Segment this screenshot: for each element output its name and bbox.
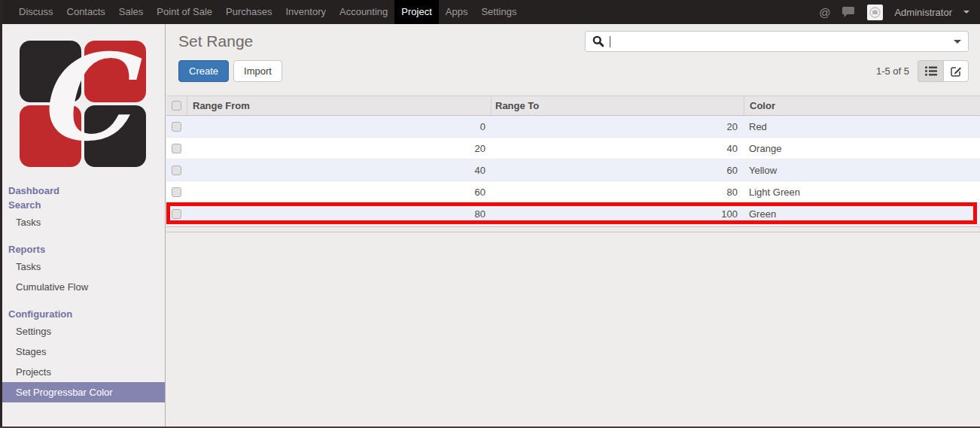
nav-item-apps[interactable]: Apps [439,0,475,24]
select-all-cell [166,101,187,111]
user-avatar[interactable] [867,5,883,20]
sidebar-section-reports[interactable]: Reports [0,242,165,256]
cell-range-from: 20 [187,143,491,154]
nav-item-sales[interactable]: Sales [112,0,151,24]
column-header-color[interactable]: Color [744,96,980,115]
sidebar-item-tasks[interactable]: Tasks [0,212,165,232]
nav-item-discuss[interactable]: Discuss [12,0,60,24]
user-menu[interactable]: Administrator [894,7,952,18]
main-content: Set Range Create Import 1-5 of 5 [166,24,980,428]
cell-range-to: 80 [491,187,744,198]
table-row[interactable]: 40 60 Yellow [166,159,980,181]
import-button[interactable]: Import [233,60,282,82]
cell-color: Light Green [744,187,980,198]
create-button[interactable]: Create [178,60,229,82]
nav-item-point-of-sale[interactable]: Point of Sale [150,0,219,24]
form-view-button[interactable] [943,60,969,82]
sidebar: C Dashboard Search Tasks Reports Tasks C… [0,24,166,428]
logo-squares [20,41,146,167]
company-logo: C [20,41,146,167]
nav-item-settings[interactable]: Settings [474,0,523,24]
pager: 1-5 of 5 [876,60,969,82]
table-row[interactable]: 0 20 Red [166,116,980,138]
sidebar-item-dashboard[interactable]: Dashboard [0,184,165,198]
table-row[interactable]: 20 40 Orange [166,138,980,159]
cell-range-to: 20 [491,121,744,132]
column-header-range-to[interactable]: Range To [491,96,744,115]
sidebar-item-set-progressbar-color[interactable]: Set Progressbar Color [0,382,165,402]
set-range-table: Range From Range To Color 0 20 Red 20 40… [166,96,980,232]
text-cursor [610,36,610,47]
main-menu: Discuss Contacts Sales Point of Sale Pur… [0,0,523,24]
column-header-range-from[interactable]: Range From [187,96,491,115]
top-navbar: Discuss Contacts Sales Point of Sale Pur… [0,0,980,24]
cell-range-from: 0 [187,121,491,132]
cell-range-from: 40 [187,165,491,176]
row-checkbox[interactable] [172,144,181,153]
sidebar-menu: Dashboard Search Tasks Reports Tasks Cum… [0,184,165,402]
user-dropdown-caret-icon[interactable] [963,11,969,14]
row-checkbox[interactable] [172,209,181,219]
table-footer [166,226,980,232]
cell-range-to: 100 [491,208,744,220]
control-buttons: Create Import [178,60,282,82]
app-body: C Dashboard Search Tasks Reports Tasks C… [0,24,980,428]
nav-item-purchases[interactable]: Purchases [219,0,278,24]
list-view-button[interactable] [918,60,943,82]
table-row-highlighted[interactable]: 80 100 Green [166,203,980,225]
sidebar-section-configuration[interactable]: Configuration [0,307,165,321]
window-edge-left [0,0,2,428]
sidebar-item-settings[interactable]: Settings [0,321,165,341]
mention-icon[interactable]: @ [819,6,830,19]
table-header-row: Range From Range To Color [166,96,980,116]
table-row[interactable]: 60 80 Light Green [166,181,980,203]
nav-item-contacts[interactable]: Contacts [60,0,112,24]
cell-color: Orange [744,143,980,154]
chat-bubble-icon[interactable] [842,6,856,18]
search-input[interactable] [585,31,969,52]
row-checkbox[interactable] [172,187,181,197]
sidebar-item-projects[interactable]: Projects [0,362,165,382]
cell-range-from: 80 [187,208,491,220]
sidebar-item-search[interactable]: Search [0,198,165,212]
row-checkbox[interactable] [172,165,181,175]
cell-color: Green [744,208,980,220]
page-title: Set Range [178,32,253,50]
cell-color: Yellow [744,165,980,176]
cell-color: Red [744,121,980,132]
sidebar-item-cumulative-flow[interactable]: Cumulative Flow [0,277,165,297]
nav-item-inventory[interactable]: Inventory [279,0,333,24]
nav-item-project[interactable]: Project [394,0,438,24]
sidebar-item-tasks-report[interactable]: Tasks [0,256,165,277]
search-icon [592,35,604,47]
sidebar-item-stages[interactable]: Stages [0,341,165,362]
nav-item-accounting[interactable]: Accounting [333,0,394,24]
view-switcher [918,60,969,82]
cell-range-to: 60 [491,165,744,176]
cell-range-from: 60 [187,187,491,198]
nav-systray: @ Administrator [819,0,980,24]
cell-range-to: 40 [491,143,744,154]
search-options-caret-icon[interactable] [954,40,961,44]
pager-range-label: 1-5 of 5 [876,65,909,77]
select-all-checkbox[interactable] [172,101,181,111]
row-checkbox[interactable] [172,122,181,132]
